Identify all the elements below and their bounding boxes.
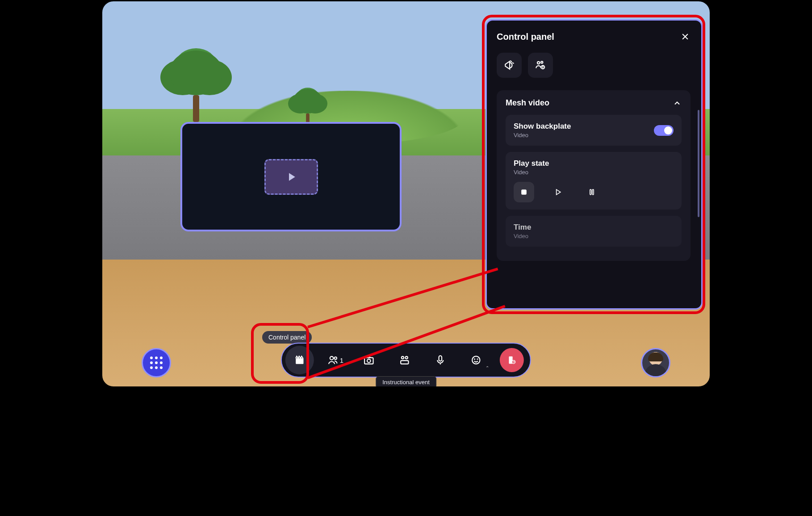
camera-icon [363, 354, 375, 366]
highlight-connector [307, 268, 498, 328]
stop-button[interactable] [514, 182, 534, 202]
mic-button[interactable] [428, 348, 452, 372]
video-placeholder-inner [264, 159, 318, 195]
megaphone-icon [503, 59, 515, 71]
clapperboard-icon [294, 354, 306, 366]
stop-icon [519, 188, 528, 197]
section-header[interactable]: Mesh video [506, 98, 682, 108]
svg-point-3 [367, 359, 371, 363]
people-icon [327, 354, 339, 366]
event-caption: Instructional event [376, 376, 436, 388]
svg-point-0 [330, 357, 334, 360]
svg-point-5 [406, 357, 408, 359]
pause-button[interactable] [582, 182, 602, 202]
mic-icon [435, 354, 446, 366]
backplate-sub: Video [514, 132, 571, 138]
play-icon [553, 188, 562, 197]
play-icon [285, 170, 298, 184]
control-panel-tooltip: Control panel [262, 331, 312, 344]
avatar-button[interactable] [641, 348, 670, 378]
mesh-video-section: Mesh video Show backplate Video Play sta… [497, 90, 691, 261]
svg-rect-6 [401, 361, 409, 364]
leave-icon [507, 355, 517, 365]
people-count: 1 [340, 357, 343, 364]
svg-point-14 [541, 61, 543, 63]
play-state-card: Play state Video [506, 152, 682, 210]
people-button[interactable]: 1 [326, 348, 345, 372]
time-sub: Video [514, 233, 674, 239]
control-panel-button[interactable] [285, 346, 314, 374]
svg-rect-17 [590, 189, 591, 195]
video-placeholder-screen[interactable] [180, 122, 402, 231]
grid-icon [150, 357, 163, 369]
svg-point-1 [335, 357, 337, 359]
svg-point-8 [473, 356, 480, 364]
close-button[interactable] [679, 30, 691, 43]
screenshare-icon [399, 354, 410, 366]
svg-rect-2 [364, 358, 373, 364]
close-icon [681, 32, 690, 41]
chevron-up-icon: ⌃ [486, 365, 489, 370]
screenshare-button[interactable] [393, 348, 417, 372]
svg-rect-16 [522, 190, 526, 194]
pause-icon [587, 188, 596, 197]
leave-button[interactable] [500, 348, 524, 372]
svg-point-10 [477, 359, 478, 359]
time-card: Time Video [506, 216, 682, 247]
menu-grid-button[interactable] [142, 348, 171, 378]
scenery-tree [169, 50, 223, 122]
backplate-title: Show backplate [514, 122, 571, 131]
svg-point-13 [537, 62, 540, 64]
app-viewport: Control panel 1 [101, 0, 711, 388]
people-mic-icon [535, 59, 546, 71]
camera-button[interactable] [357, 348, 381, 372]
playstate-sub: Video [514, 169, 674, 176]
control-panel: Control panel Mesh vid [486, 19, 703, 310]
panel-scrollbar[interactable] [698, 110, 699, 217]
svg-point-9 [474, 359, 475, 359]
main-toolbar: 1 ⌃ [281, 343, 531, 378]
playstate-title: Play state [514, 159, 674, 168]
smile-icon [470, 354, 482, 366]
mute-all-button[interactable] [528, 53, 553, 78]
megaphone-button[interactable] [497, 53, 522, 78]
play-button[interactable] [548, 182, 568, 202]
svg-rect-7 [439, 356, 442, 361]
svg-rect-18 [592, 189, 594, 195]
reactions-button[interactable]: ⌃ [464, 348, 488, 372]
chevron-up-icon [673, 99, 682, 108]
svg-point-4 [402, 357, 404, 359]
backplate-toggle[interactable] [654, 125, 674, 136]
panel-title: Control panel [497, 32, 554, 42]
show-backplate-row: Show backplate Video [506, 115, 682, 146]
section-title: Mesh video [506, 98, 549, 108]
time-title: Time [514, 223, 674, 232]
